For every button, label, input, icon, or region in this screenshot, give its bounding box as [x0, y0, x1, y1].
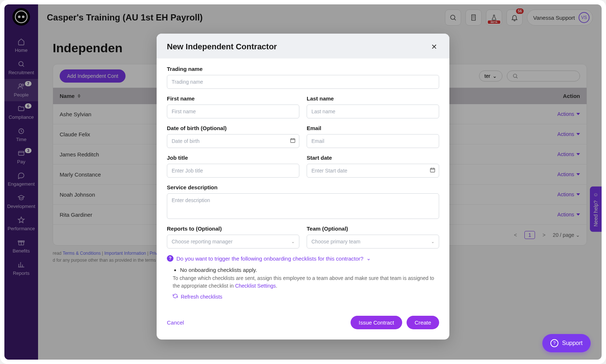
label-first-name: First name	[167, 95, 299, 102]
onboarding-toggle[interactable]: ? Do you want to trigger the following o…	[167, 255, 439, 262]
label-start-date: Start date	[307, 155, 439, 161]
issue-contract-button[interactable]: Issue Contract	[351, 316, 402, 329]
input-last-name[interactable]	[307, 105, 439, 118]
chevron-down-icon: ⌄	[291, 239, 295, 244]
label-reports-to: Reports to (Optional)	[167, 225, 299, 232]
modal-new-contractor: New Independent Contractor ✕ Trading nam…	[157, 34, 449, 340]
input-service-desc[interactable]	[167, 193, 439, 219]
refresh-checklists-button[interactable]: Refresh checklists	[173, 293, 439, 300]
onboarding-note: To change which checklists are sent, ass…	[173, 274, 439, 290]
chevron-down-icon: ⌄	[431, 239, 434, 244]
cancel-button[interactable]: Cancel	[167, 319, 184, 326]
select-reports-to[interactable]: Choose reporting manager ⌄	[167, 235, 299, 249]
onboarding-none: No onboarding checklists apply.	[180, 267, 439, 273]
close-icon: ✕	[431, 42, 437, 51]
input-dob[interactable]	[167, 134, 299, 148]
checklist-settings-link[interactable]: Checklist Settings	[235, 283, 276, 289]
select-team[interactable]: Choose primary team ⌄	[307, 235, 439, 249]
modal-close-button[interactable]: ✕	[429, 42, 439, 52]
input-first-name[interactable]	[167, 105, 299, 118]
input-start-date[interactable]	[307, 164, 439, 178]
chevron-down-icon: ⌄	[366, 255, 371, 262]
question-icon: ?	[550, 339, 558, 347]
label-service-desc: Service description	[167, 184, 439, 190]
label-team: Team (Optional)	[307, 225, 439, 232]
label-last-name: Last name	[307, 95, 439, 102]
support-button[interactable]: ? Support	[542, 334, 591, 352]
create-button[interactable]: Create	[407, 316, 439, 329]
question-icon: ?	[167, 255, 173, 262]
modal-title: New Independent Contractor	[167, 42, 277, 52]
label-dob: Date of birth (Optional)	[167, 125, 299, 131]
input-trading-name[interactable]	[167, 75, 439, 89]
label-email: Email	[307, 125, 439, 131]
label-job-title: Job title	[167, 155, 299, 161]
refresh-icon	[173, 293, 178, 300]
input-job-title[interactable]	[167, 164, 299, 178]
input-email[interactable]	[307, 134, 439, 148]
label-trading-name: Trading name	[167, 66, 439, 72]
